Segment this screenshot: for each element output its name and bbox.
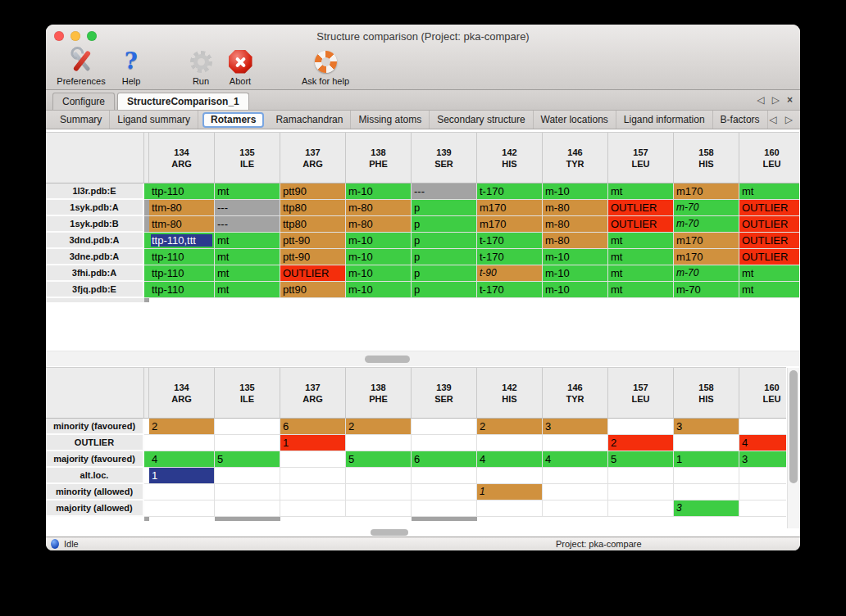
table-cell[interactable] [477,468,543,484]
table-cell[interactable]: t-170 [477,233,543,249]
column-header-158[interactable]: 158HIS [674,133,739,183]
ask-for-help-button[interactable]: Ask for help [292,48,359,86]
table-cell[interactable]: m-70 [674,200,739,216]
table-cell[interactable]: ttp-110 [149,249,215,265]
table-cell[interactable] [412,484,477,500]
top-table-hscrollbar[interactable] [46,351,799,366]
subtab-rotamers[interactable]: Rotamers [202,112,264,128]
table-cell[interactable]: ttp80 [280,216,346,233]
table-cell[interactable] [674,468,739,484]
table-cell[interactable]: 3 [674,500,739,517]
table-cell[interactable]: 4 [543,451,608,468]
table-cell[interactable]: ptt90 [280,282,346,298]
subtab-secondary-structure[interactable]: Secondary structure [430,111,533,129]
table-cell[interactable]: mt [215,265,280,282]
column-header-142[interactable]: 142HIS [477,368,543,419]
tab-structurecomparison-1[interactable]: StructureComparison_1 [117,93,249,110]
table-cell[interactable]: m-10 [346,282,412,298]
table-cell[interactable]: ttp-110,ttt [149,233,215,249]
table-cell[interactable] [412,500,477,517]
table-cell[interactable] [346,484,412,500]
table-cell[interactable]: 4 [477,451,543,468]
table-cell[interactable]: t-170 [477,249,543,265]
table-cell[interactable] [215,435,280,451]
table-cell[interactable]: m-10 [543,282,608,298]
table-cell[interactable]: OUTLIER [739,200,799,216]
table-cell[interactable]: ptt-90 [280,233,346,249]
table-cell[interactable]: mt [215,249,280,265]
table-cell[interactable]: ttp-110 [149,183,215,200]
table-cell[interactable] [346,435,412,451]
subtab-ligand-summary[interactable]: Ligand summary [110,111,198,129]
table-cell[interactable]: ptt-90 [280,249,346,265]
table-cell[interactable]: m170 [674,183,739,200]
table-cell[interactable] [412,435,477,451]
table-cell[interactable]: m-80 [543,200,608,216]
table-cell[interactable]: mt [608,249,674,265]
table-cell[interactable]: t-170 [477,282,543,298]
table-cell[interactable]: m-10 [543,183,608,200]
table-cell[interactable]: ttm-80 [149,216,215,233]
table-cell[interactable] [608,468,674,484]
table-cell[interactable]: mt [608,265,674,282]
preferences-button[interactable]: Preferences [51,48,111,86]
row-label[interactable]: minority (allowed) [46,484,144,500]
column-header-157[interactable]: 157LEU [608,133,674,183]
table-cell[interactable]: 3 [739,451,786,468]
table-cell[interactable] [346,500,412,517]
table-cell[interactable]: 1 [477,484,543,500]
table-cell[interactable] [739,468,786,484]
vscrollbar-thumb[interactable] [789,370,798,483]
table-cell[interactable]: mt [739,183,799,200]
table-cell[interactable]: 5 [608,451,674,468]
table-cell[interactable] [215,468,280,484]
table-cell[interactable] [149,500,215,517]
row-label[interactable]: minority (favoured) [46,419,144,435]
row-label[interactable]: 3dne.pdb:A [46,249,144,265]
table-cell[interactable] [477,435,543,451]
table-cell[interactable]: ttp-110 [149,265,215,282]
row-label[interactable]: 1syk.pdb:A [46,200,144,216]
table-cell[interactable]: 2 [608,435,674,451]
table-cell[interactable]: t-170 [477,183,543,200]
row-label[interactable]: majority (favoured) [46,451,144,468]
close-button[interactable] [54,31,64,41]
table-cell[interactable] [739,500,786,517]
row-label[interactable]: 3fhi.pdb:A [46,265,144,282]
row-label[interactable]: 3fjq.pdb:E [46,282,144,298]
column-header-138[interactable]: 138PHE [346,133,412,183]
table-cell[interactable] [608,419,674,435]
subtab-summary[interactable]: Summary [52,111,110,129]
table-cell[interactable]: 4 [739,435,786,451]
table-cell[interactable]: m-70 [674,216,739,233]
prev-tab-arrow-icon[interactable]: ◁ [757,94,765,106]
top-hscrollbar-thumb[interactable] [365,356,410,363]
next-subtab-arrow-icon[interactable]: ▷ [785,114,793,125]
minimize-button[interactable] [70,31,80,41]
table-cell[interactable] [215,484,280,500]
column-header-139[interactable]: 139SER [412,133,477,183]
table-cell[interactable]: 5 [346,451,412,468]
table-cell[interactable] [739,484,786,500]
close-tab-icon[interactable]: × [787,94,793,106]
prev-subtab-arrow-icon[interactable]: ◁ [770,114,777,125]
table-cell[interactable]: m-10 [543,265,608,282]
table-cell[interactable]: 1 [280,435,346,451]
subtab-ramachandran[interactable]: Ramachandran [268,111,351,129]
table-cell[interactable] [543,468,608,484]
column-header-160[interactable]: 160LEU [739,133,799,183]
table-cell[interactable] [412,419,477,435]
column-header-137[interactable]: 137ARG [280,368,346,419]
abort-button[interactable]: Abort [221,48,259,86]
bottom-table-hscrollbar[interactable] [46,528,799,537]
table-cell[interactable]: mt [215,282,280,298]
table-cell[interactable]: OUTLIER [739,216,799,233]
table-cell[interactable]: mt [608,282,674,298]
table-cell[interactable]: m-80 [346,200,412,216]
help-button[interactable]: ? Help [116,48,146,86]
table-cell[interactable] [608,484,674,500]
table-cell[interactable]: p [412,216,477,233]
row-label[interactable]: 1l3r.pdb:E [46,183,144,200]
table-cell[interactable]: p [412,233,477,249]
table-cell[interactable] [412,468,477,484]
